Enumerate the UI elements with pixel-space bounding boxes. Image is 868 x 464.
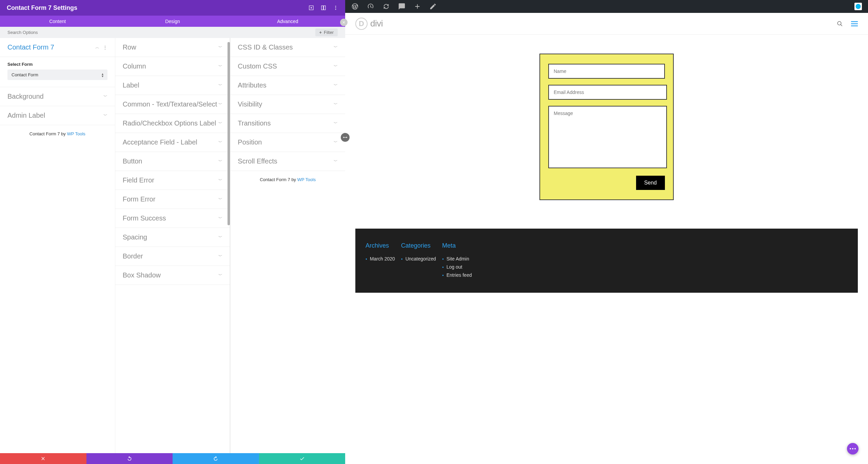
section-title: Border (123, 252, 143, 260)
close-panel-button[interactable] (340, 19, 348, 26)
section-title: Spacing (123, 233, 147, 241)
scrollbar[interactable] (228, 42, 230, 225)
tab-advanced[interactable]: Advanced (230, 16, 345, 27)
section-title: Contact Form 7 (7, 43, 54, 51)
select-form-dropdown[interactable]: Contact Form ▴▾ (7, 70, 107, 80)
footer-title-archives: Archives (366, 242, 395, 249)
footer-title-meta: Meta (442, 242, 472, 249)
design-section[interactable]: Spacing﹀ (115, 228, 230, 247)
chevron-down-icon: ﹀ (103, 113, 107, 118)
footer-link[interactable]: Site Admin (442, 255, 472, 263)
search-input[interactable] (7, 30, 315, 35)
search-icon[interactable] (837, 21, 843, 27)
message-field[interactable] (548, 106, 667, 168)
contact-form-preview: Send (539, 54, 674, 200)
chevron-down-icon: ﹀ (218, 101, 222, 107)
section-title: Label (123, 81, 139, 89)
design-section[interactable]: Label﹀ (115, 76, 230, 95)
menu-dots-icon[interactable] (333, 5, 338, 11)
preview-main: Send Archives March 2020 Categories Unca… (345, 35, 868, 464)
svg-point-6 (335, 9, 336, 10)
section-title: Admin Label (7, 112, 45, 119)
email-field[interactable] (548, 85, 667, 100)
redo-button[interactable] (173, 453, 259, 464)
advanced-section[interactable]: Custom CSS﹀ (230, 57, 345, 76)
advanced-column: CSS ID & Classes﹀Custom CSS﹀Attributes﹀V… (230, 38, 345, 453)
divi-logo-text: divi (370, 18, 383, 29)
design-section[interactable]: Column﹀ (115, 57, 230, 76)
divi-logo[interactable]: D divi (355, 18, 383, 30)
chevron-down-icon: ﹀ (218, 253, 222, 259)
send-button[interactable]: Send (636, 176, 665, 190)
add-icon[interactable] (414, 3, 421, 10)
wordpress-icon[interactable] (351, 3, 359, 10)
chevron-down-icon: ﹀ (334, 82, 338, 88)
wp-tools-link[interactable]: WP Tools (67, 131, 85, 136)
tab-content[interactable]: Content (0, 16, 115, 27)
section-title: Field Error (123, 176, 154, 184)
name-field[interactable] (548, 64, 665, 79)
dashboard-icon[interactable] (367, 3, 374, 10)
select-value: Contact Form (12, 72, 38, 77)
advanced-section[interactable]: Scroll Effects﹀ (230, 152, 345, 171)
chevron-down-icon: ﹀ (218, 215, 222, 221)
chevron-down-icon: ﹀ (218, 272, 222, 278)
section-title: Transitions (238, 119, 271, 127)
footer-link[interactable]: Entries feed (442, 271, 472, 279)
design-section[interactable]: Radio/Checkbox Options Label﹀ (115, 114, 230, 133)
panel-tabs: Content Design Advanced (0, 16, 345, 27)
menu-dots-icon[interactable]: ⋮ (103, 45, 107, 50)
section-title: Attributes (238, 81, 266, 89)
advanced-section[interactable]: Position﹀ (230, 133, 345, 152)
undo-button[interactable] (86, 453, 173, 464)
footer-col-archives: Archives March 2020 (366, 242, 395, 279)
section-title: Form Success (123, 214, 166, 222)
refresh-icon[interactable] (382, 3, 390, 10)
edit-icon[interactable] (429, 3, 437, 10)
divi-logo-icon: D (355, 18, 368, 30)
design-section[interactable]: Box Shadow﹀ (115, 266, 230, 285)
design-section[interactable]: Border﹀ (115, 247, 230, 266)
advanced-section[interactable]: Visibility﹀ (230, 95, 345, 114)
footer-link[interactable]: Uncategorized (401, 255, 436, 263)
design-section[interactable]: Button﹀ (115, 152, 230, 171)
advanced-section[interactable]: Transitions﹀ (230, 114, 345, 133)
attribution: Contact Form 7 by WP Tools (0, 125, 115, 142)
filter-button[interactable]: + Filter (315, 28, 338, 36)
save-button[interactable] (259, 453, 346, 464)
expand-icon[interactable] (321, 5, 326, 11)
cancel-button[interactable] (0, 453, 86, 464)
footer-col-categories: Categories Uncategorized (401, 242, 436, 279)
section-admin-label[interactable]: Admin Label ﹀ (0, 106, 115, 125)
select-form-label: Select Form (7, 62, 107, 67)
snap-icon[interactable] (309, 5, 314, 11)
advanced-section[interactable]: Attributes﹀ (230, 76, 345, 95)
design-section[interactable]: Common - Text/Textarea/Select﹀ (115, 95, 230, 114)
design-section[interactable]: Form Error﹀ (115, 190, 230, 209)
footer-link[interactable]: March 2020 (366, 255, 395, 263)
resize-handle[interactable] (341, 133, 350, 142)
design-section[interactable]: Field Error﹀ (115, 171, 230, 190)
section-background[interactable]: Background ﹀ (0, 87, 115, 106)
footer-link[interactable]: Log out (442, 263, 472, 271)
wp-admin-bar (345, 0, 868, 13)
tab-design[interactable]: Design (115, 16, 230, 27)
svg-line-8 (841, 24, 842, 26)
chevron-down-icon: ﹀ (334, 44, 338, 50)
fab-button[interactable] (847, 443, 859, 455)
design-section[interactable]: Acceptance Field - Label﹀ (115, 133, 230, 152)
settings-panel: Contact Form 7 Settings Content Design A… (0, 0, 345, 464)
chevron-down-icon: ﹀ (334, 101, 338, 107)
section-title: Form Error (123, 195, 156, 203)
comments-icon[interactable] (398, 3, 406, 10)
design-section[interactable]: Row﹀ (115, 38, 230, 57)
helper-icon[interactable] (854, 3, 862, 10)
hamburger-icon[interactable] (851, 21, 858, 26)
section-title: Row (123, 43, 136, 51)
design-section[interactable]: Form Success﹀ (115, 209, 230, 228)
chevron-down-icon: ﹀ (218, 63, 222, 69)
advanced-section[interactable]: CSS ID & Classes﹀ (230, 38, 345, 57)
section-contact-form-7[interactable]: Contact Form 7 ︿ ⋮ (0, 38, 115, 57)
wp-tools-link[interactable]: WP Tools (297, 177, 316, 182)
svg-rect-9 (851, 21, 858, 22)
